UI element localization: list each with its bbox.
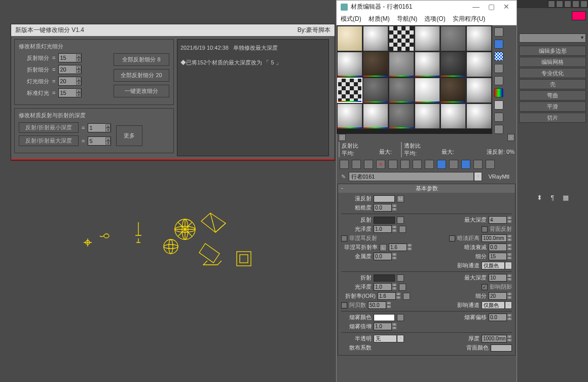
reflect-map-button[interactable] bbox=[397, 217, 404, 224]
options-icon[interactable] bbox=[494, 100, 503, 110]
btn-slice[interactable]: 切片 bbox=[519, 113, 586, 123]
sample-slot[interactable] bbox=[389, 52, 414, 77]
reflect-swatch[interactable] bbox=[374, 217, 395, 224]
menu-mode[interactable]: 模式(D) bbox=[341, 15, 361, 23]
fogbias-spinner[interactable]: ▲▼ bbox=[489, 314, 512, 321]
sample-slot[interactable] bbox=[415, 26, 440, 51]
dimdist-checkbox[interactable] bbox=[449, 235, 455, 241]
tab-icon[interactable] bbox=[564, 1, 571, 8]
sample-slot[interactable] bbox=[466, 78, 492, 103]
fresnel-lock-button[interactable]: L bbox=[380, 244, 387, 251]
shadow-checkbox[interactable] bbox=[482, 284, 488, 290]
sample-slot[interactable] bbox=[415, 52, 440, 77]
reflect-sub-spinner[interactable]: ▲▼ bbox=[58, 53, 82, 62]
material-type-button[interactable]: VRayMtl bbox=[484, 173, 513, 180]
rollout-basic-head[interactable]: -基本参数 bbox=[338, 184, 515, 193]
fresnel-ior-spinner[interactable]: ▲▼ bbox=[389, 244, 412, 251]
metal-spinner[interactable]: ▲▼ bbox=[374, 253, 397, 260]
reset-icon[interactable]: ✕ bbox=[376, 160, 385, 169]
material-name-dropdown[interactable]: ▾ bbox=[474, 172, 482, 181]
btn-pro-optimize[interactable]: 专业优化 bbox=[519, 68, 586, 78]
max-depth-spinner[interactable]: ▲▼ bbox=[88, 136, 111, 146]
matwin-titlebar[interactable]: 材质编辑器 - 行者0161 — ▢ ✕ bbox=[337, 1, 517, 13]
select-by-mat-icon[interactable] bbox=[494, 113, 503, 122]
sample-slot[interactable] bbox=[466, 52, 492, 77]
translucent-dropdown[interactable]: ▾ bbox=[374, 335, 404, 342]
btn-smooth[interactable]: 平滑 bbox=[519, 101, 586, 112]
btn-all-reflect-8[interactable]: 全部反射细分 8 bbox=[114, 53, 169, 66]
sample-slot[interactable] bbox=[363, 103, 388, 129]
refract-subdiv-spinner[interactable]: ▲▼ bbox=[489, 292, 512, 300]
put-to-scene-icon[interactable] bbox=[352, 160, 361, 169]
pin-stack-icon[interactable]: ⬍ bbox=[535, 194, 543, 202]
minimize-button[interactable]: — bbox=[470, 3, 482, 11]
min-depth-spinner[interactable]: ▲▼ bbox=[88, 123, 111, 132]
modifier-color-swatch[interactable] bbox=[572, 11, 586, 20]
show-end-result-icon[interactable]: ¶ bbox=[548, 194, 557, 202]
refract-sub-spinner[interactable]: ▲▼ bbox=[58, 65, 82, 74]
tab-icon[interactable] bbox=[580, 1, 587, 8]
show-end-icon[interactable] bbox=[449, 160, 458, 169]
sample-slot[interactable] bbox=[363, 52, 388, 77]
sample-slot[interactable] bbox=[363, 78, 388, 103]
btn-all-reflect-20[interactable]: 全部反射细分 20 bbox=[114, 69, 169, 82]
backcolor-swatch[interactable] bbox=[491, 344, 512, 352]
get-material-icon[interactable] bbox=[340, 160, 349, 169]
sample-slot[interactable] bbox=[440, 52, 466, 77]
sample-slot[interactable] bbox=[389, 26, 414, 51]
mat-map-nav-icon[interactable] bbox=[494, 125, 503, 134]
refract-gloss-map-button[interactable] bbox=[399, 284, 406, 291]
sample-type-icon[interactable] bbox=[494, 27, 503, 37]
sample-slot[interactable] bbox=[337, 26, 362, 51]
dimdist-spinner[interactable]: ▲▼ bbox=[482, 234, 512, 242]
tab-icon[interactable] bbox=[556, 1, 563, 8]
sample-slot[interactable] bbox=[415, 78, 440, 103]
btn-bend[interactable]: 弯曲 bbox=[519, 90, 586, 100]
make-copy-icon[interactable] bbox=[388, 160, 397, 169]
background-icon[interactable] bbox=[494, 52, 503, 61]
refract-gloss-spinner[interactable]: ▲▼ bbox=[374, 283, 397, 291]
put-to-lib-icon[interactable] bbox=[413, 160, 422, 169]
abbe-checkbox[interactable] bbox=[341, 302, 347, 308]
btn-shell[interactable]: 壳 bbox=[519, 79, 586, 89]
sample-slot[interactable] bbox=[466, 103, 492, 129]
sample-slot[interactable] bbox=[389, 78, 414, 103]
btn-onekey-change[interactable]: 一键更改细分 bbox=[114, 85, 169, 97]
sample-slot-selected[interactable] bbox=[337, 78, 362, 103]
tab-icon[interactable] bbox=[572, 1, 579, 8]
diffuse-swatch[interactable] bbox=[374, 195, 395, 202]
fresnel-checkbox[interactable] bbox=[341, 235, 347, 241]
pick-icon[interactable] bbox=[486, 160, 495, 169]
ior-spinner[interactable]: ▲▼ bbox=[378, 292, 401, 300]
refract-map-button[interactable] bbox=[397, 274, 404, 282]
roughness-spinner[interactable]: ▲▼ bbox=[374, 204, 397, 212]
refract-affect-dropdown[interactable]: ▾ bbox=[482, 301, 512, 309]
std-light-spinner[interactable]: ▲▼ bbox=[58, 88, 82, 97]
video-check-icon[interactable] bbox=[494, 76, 503, 85]
fogcolor-map-button[interactable] bbox=[397, 314, 404, 321]
refract-maxdepth-spinner[interactable]: ▲▼ bbox=[489, 274, 512, 282]
thickness-spinner[interactable]: ▲▼ bbox=[482, 335, 512, 342]
menu-options[interactable]: 选项(O) bbox=[424, 15, 445, 23]
uv-tile-icon[interactable] bbox=[494, 64, 503, 73]
sample-slot[interactable] bbox=[440, 26, 466, 51]
gloss-map-button[interactable] bbox=[399, 226, 406, 233]
ior-map-button[interactable] bbox=[403, 293, 410, 300]
sample-slot[interactable] bbox=[440, 103, 466, 129]
sample-slot[interactable] bbox=[415, 103, 440, 129]
backface-checkbox[interactable] bbox=[482, 226, 488, 232]
show-map-icon[interactable] bbox=[437, 160, 446, 169]
scroll-right-icon[interactable]: › bbox=[507, 134, 514, 141]
make-preview-icon[interactable] bbox=[494, 88, 503, 97]
sample-slot[interactable] bbox=[337, 103, 362, 129]
reflect-subdiv-spinner[interactable]: ▲▼ bbox=[489, 253, 512, 260]
tab-icon[interactable] bbox=[548, 1, 555, 8]
assign-icon[interactable] bbox=[364, 160, 373, 169]
reflect-maxdepth-spinner[interactable]: ▲▼ bbox=[489, 216, 512, 224]
close-button[interactable]: ✕ bbox=[500, 3, 512, 11]
go-parent-icon[interactable] bbox=[461, 160, 470, 169]
backlight-icon[interactable] bbox=[494, 40, 503, 49]
sample-slot[interactable] bbox=[466, 26, 492, 51]
scroll-left-icon[interactable]: ‹ bbox=[339, 134, 346, 141]
menu-nav[interactable]: 导航(N) bbox=[397, 15, 418, 23]
